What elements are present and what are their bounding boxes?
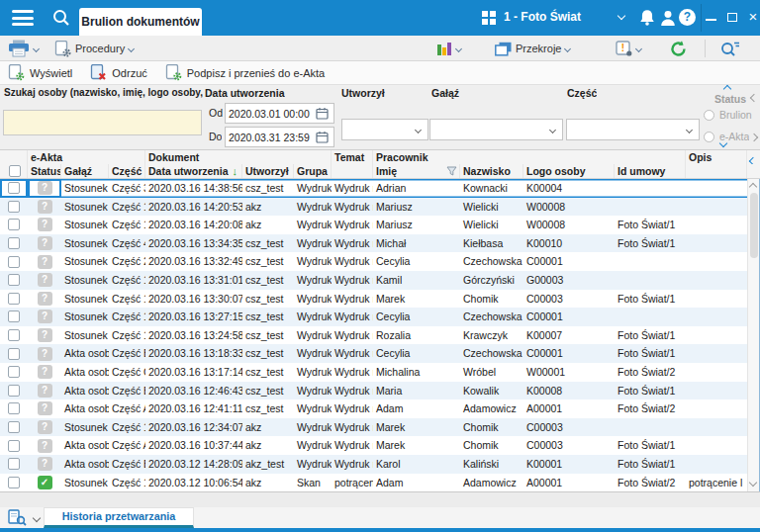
column-logo-osoby[interactable]: Logo osoby	[523, 164, 615, 178]
tab-brulion-dokumentow[interactable]: Brulion dokumentów	[79, 8, 202, 36]
refresh-button[interactable]	[669, 39, 688, 58]
row-checkbox[interactable]	[8, 385, 20, 397]
preview-tool-button[interactable]	[8, 509, 40, 526]
group-opis[interactable]: Opis	[686, 150, 747, 164]
table-row[interactable]: ?StosunekCzęść 12020.03.16 14:20:08akzWy…	[0, 216, 747, 234]
row-checkbox[interactable]	[8, 219, 20, 230]
search-person-input[interactable]	[3, 110, 202, 135]
group-e-akta[interactable]: e-Akta	[28, 150, 145, 164]
maximize-button[interactable]	[722, 0, 744, 36]
column-nazwisko[interactable]: Nazwisko	[460, 164, 523, 178]
column-data-utworzenia[interactable]: Data utworzenia ↓	[145, 164, 242, 178]
collapse-filters-button[interactable]	[719, 78, 735, 89]
czesc-dropdown[interactable]	[566, 119, 700, 140]
column-imie[interactable]: Imię	[373, 164, 460, 178]
row-checkbox[interactable]	[8, 348, 20, 360]
vertical-scrollbar[interactable]	[747, 179, 759, 491]
odrzuc-button[interactable]: Odrzuć	[90, 64, 146, 81]
print-button[interactable]	[8, 39, 39, 58]
scrollbar-thumb[interactable]	[750, 193, 758, 258]
help-icon[interactable]: ?	[679, 9, 696, 26]
status-scroll-right-icon[interactable]	[750, 133, 758, 141]
status-radio-eakta[interactable]: e-Akta	[704, 131, 749, 142]
alerts-settings-button[interactable]: !	[616, 39, 641, 58]
group-pracownik[interactable]: Pracownik	[373, 150, 686, 164]
row-checkbox[interactable]	[8, 329, 20, 341]
table-row[interactable]: ?StosunekCzęść 12020.03.16 13:31:01csz_t…	[0, 271, 747, 290]
radio-icon[interactable]	[704, 110, 714, 121]
row-checkbox[interactable]	[8, 293, 20, 305]
alerts-chevron-down-icon[interactable]	[635, 44, 642, 51]
company-selector[interactable]: 1 - Foto Świat	[504, 10, 581, 24]
date-from-input[interactable]	[229, 108, 316, 120]
date-to-field[interactable]	[225, 127, 334, 147]
column-grupa[interactable]: Grupa	[294, 164, 332, 178]
sort-descending-icon[interactable]: ↓	[233, 164, 242, 178]
user-icon[interactable]	[659, 9, 677, 27]
select-all-checkbox[interactable]	[9, 165, 21, 177]
calendar-icon[interactable]	[316, 131, 329, 143]
preview-chevron-down-icon[interactable]	[33, 513, 41, 521]
status-scroll-left-icon[interactable]	[750, 94, 758, 102]
procedury-button[interactable]: Procedury	[54, 39, 134, 58]
quick-search-button[interactable]	[720, 39, 740, 58]
row-checkbox[interactable]	[8, 310, 20, 322]
status-radio-brulion[interactable]: Brulion	[704, 109, 752, 121]
table-row[interactable]: ?Akta osobCzęść A2020.03.16 10:37:44akzW…	[0, 436, 747, 455]
row-checkbox[interactable]	[8, 402, 20, 414]
collapse-right-panel-button[interactable]	[747, 150, 760, 164]
przekroje-button[interactable]: Przekroje	[495, 39, 570, 58]
row-checkbox[interactable]	[8, 458, 20, 470]
przekroje-chevron-down-icon[interactable]	[564, 44, 571, 51]
table-row[interactable]: ?Akta osobCzęść B2020.03.16 13:18:33csz_…	[0, 344, 747, 363]
podpisz-button[interactable]: Podpisz i przenieś do e-Akta	[165, 64, 325, 81]
table-row[interactable]: ?StosunekCzęść 12020.03.16 12:34:07akzWy…	[0, 418, 747, 437]
scroll-up-icon[interactable]	[749, 183, 757, 191]
table-row[interactable]: ?StosunekCzęść 12020.03.16 13:24:58csz_t…	[0, 326, 747, 345]
close-button[interactable]: ×	[742, 0, 760, 36]
row-checkbox[interactable]	[8, 182, 20, 194]
date-from-field[interactable]	[225, 103, 334, 124]
table-row[interactable]: ?StosunekCzęść 12020.03.16 13:27:15csz_t…	[0, 308, 747, 326]
column-id-umowy[interactable]: Id umowy	[615, 164, 686, 178]
hamburger-menu-icon[interactable]	[12, 10, 34, 26]
table-row[interactable]: ?Akta osobCzęść B2020.03.12 14:28:09akz_…	[0, 455, 747, 474]
column-status[interactable]: Status	[28, 164, 61, 178]
row-checkbox[interactable]	[8, 440, 20, 452]
tab-historia-przetwarzania[interactable]: Historia przetwarzania	[44, 507, 194, 528]
table-row[interactable]: ?StosunekCzęść 12020.03.16 13:30:07csz_t…	[0, 290, 747, 309]
utworzyl-dropdown[interactable]	[341, 119, 428, 140]
wyswietl-button[interactable]: Wyświetl	[8, 64, 72, 81]
table-row[interactable]: ?StosunekCzęść 22020.03.16 13:32:49csz_t…	[0, 252, 747, 271]
company-chevron-down-icon[interactable]	[618, 12, 625, 20]
search-icon[interactable]	[51, 8, 71, 28]
procedury-chevron-down-icon[interactable]	[128, 44, 135, 51]
chart-button[interactable]	[436, 39, 461, 58]
row-checkbox[interactable]	[8, 274, 20, 286]
row-checkbox[interactable]	[8, 421, 20, 433]
column-galaz[interactable]: Gałąź	[61, 164, 109, 178]
row-checkbox[interactable]	[8, 477, 20, 488]
table-row[interactable]: ?Akta osobCzęść A2020.03.16 12:41:11csz_…	[0, 399, 747, 418]
calendar-icon[interactable]	[316, 107, 329, 120]
table-row[interactable]: ✓StosunekCzęść 12020.03.12 10:06:54akzSk…	[0, 474, 747, 492]
group-temat[interactable]: Temat	[332, 150, 373, 164]
column-utworzyl[interactable]: Utworzył	[242, 164, 294, 178]
chart-chevron-down-icon[interactable]	[455, 44, 462, 51]
minimize-button[interactable]	[701, 0, 722, 36]
date-to-input[interactable]	[229, 132, 316, 143]
row-checkbox[interactable]	[8, 237, 20, 249]
table-row[interactable]: ?Akta osobCzęść C2020.03.16 13:17:14csz_…	[0, 363, 747, 382]
notifications-bell-icon[interactable]	[638, 9, 656, 27]
galaz-dropdown[interactable]	[429, 119, 563, 140]
table-row[interactable]: ?StosunekCzęść 12020.03.16 14:20:53akzWy…	[0, 198, 747, 217]
row-checkbox[interactable]	[8, 256, 20, 268]
print-chevron-down-icon[interactable]	[33, 44, 40, 51]
table-row[interactable]: ?StosunekCzęść 32020.03.16 14:38:56csz_t…	[0, 179, 747, 198]
radio-icon[interactable]	[704, 132, 714, 142]
column-czesc[interactable]: Część	[109, 164, 145, 178]
row-checkbox[interactable]	[8, 201, 20, 213]
filter-funnel-icon[interactable]	[446, 166, 457, 176]
scroll-down-icon[interactable]	[749, 479, 757, 487]
modules-grid-icon[interactable]	[482, 11, 496, 25]
